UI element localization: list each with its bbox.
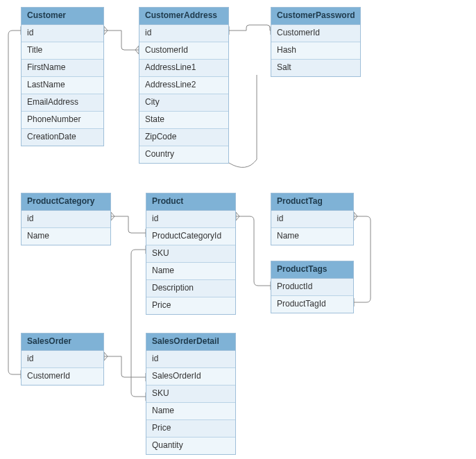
entity-field: Price xyxy=(146,420,235,438)
entity-header: SalesOrderDetail xyxy=(146,334,235,351)
entity-field: EmailAddress xyxy=(22,94,103,112)
entity-header: Product xyxy=(146,193,235,211)
entity-field: Quantity xyxy=(146,438,235,454)
entity-field: id xyxy=(22,25,103,42)
entity-product: ProductidProductCategoryIdSKUNameDescrip… xyxy=(146,193,236,315)
entity-productcategory: ProductCategoryidName xyxy=(21,193,111,245)
entity-header: SalesOrder xyxy=(22,334,103,351)
entity-field: id xyxy=(146,211,235,228)
entity-field: SKU xyxy=(146,386,235,403)
entity-field: Country xyxy=(139,146,228,163)
entity-field: CustomerId xyxy=(22,368,103,385)
entity-field: Name xyxy=(146,263,235,280)
entity-field: AddressLine2 xyxy=(139,77,228,94)
entity-field: City xyxy=(139,94,228,112)
entity-header: ProductTag xyxy=(271,193,353,211)
entity-customeraddress: CustomerAddressidCustomerIdAddressLine1A… xyxy=(139,7,229,164)
entity-field: Price xyxy=(146,297,235,314)
entity-field: State xyxy=(139,112,228,129)
entity-customer: CustomeridTitleFirstNameLastNameEmailAdd… xyxy=(21,7,104,146)
entity-field: SalesOrderId xyxy=(146,368,235,386)
entity-field: ProductId xyxy=(271,279,353,296)
entity-field: Name xyxy=(146,403,235,420)
entity-field: Name xyxy=(22,228,110,245)
entity-field: CustomerId xyxy=(139,42,228,60)
entity-salesorder: SalesOrderidCustomerId xyxy=(21,333,104,386)
entity-producttags: ProductTagsProductIdProductTagId xyxy=(271,261,354,313)
entity-field: Hash xyxy=(271,42,360,60)
entity-field: Name xyxy=(271,228,353,245)
entity-field: id xyxy=(271,211,353,228)
entity-field: FirstName xyxy=(22,60,103,77)
entity-producttag: ProductTagidName xyxy=(271,193,354,245)
entity-field: id xyxy=(139,25,228,42)
entity-field: CustomerId xyxy=(271,25,360,42)
entity-field: id xyxy=(22,211,110,228)
entity-field: CreationDate xyxy=(22,129,103,146)
entity-field: ProductCategoryId xyxy=(146,228,235,245)
entity-field: id xyxy=(146,351,235,368)
entity-field: Description xyxy=(146,280,235,297)
entity-header: CustomerAddress xyxy=(139,8,228,25)
entity-field: Salt xyxy=(271,60,360,76)
entity-field: AddressLine1 xyxy=(139,60,228,77)
entity-header: Customer xyxy=(22,8,103,25)
entity-field: PhoneNumber xyxy=(22,112,103,129)
entity-field: SKU xyxy=(146,245,235,263)
entity-header: ProductCategory xyxy=(22,193,110,211)
entity-customerpassword: CustomerPasswordCustomerIdHashSalt xyxy=(271,7,361,77)
entity-salesorderdetail: SalesOrderDetailidSalesOrderIdSKUNamePri… xyxy=(146,333,236,455)
entity-header: CustomerPassword xyxy=(271,8,360,25)
entity-field: id xyxy=(22,351,103,368)
entity-field: Title xyxy=(22,42,103,60)
entity-field: LastName xyxy=(22,77,103,94)
entity-header: ProductTags xyxy=(271,261,353,279)
entity-field: ProductTagId xyxy=(271,296,353,313)
entity-field: ZipCode xyxy=(139,129,228,146)
